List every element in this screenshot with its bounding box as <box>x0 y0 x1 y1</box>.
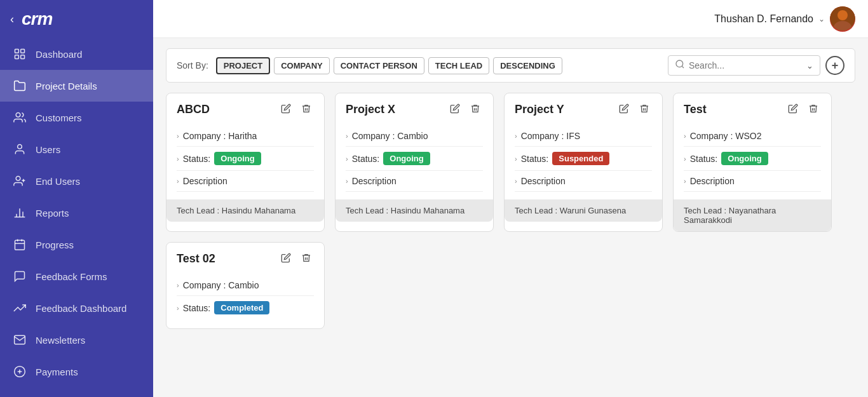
bar-chart-icon <box>13 206 27 220</box>
svg-rect-2 <box>15 55 19 59</box>
add-button[interactable]: + <box>825 56 844 75</box>
search-input[interactable] <box>689 60 800 71</box>
status-badge: Ongoing <box>214 152 261 165</box>
delete-button[interactable] <box>299 102 314 117</box>
card-title: Test <box>684 103 707 116</box>
cards-row-2: Test 02 › Comp <box>166 242 855 329</box>
sort-chip-project[interactable]: PROJECT <box>216 57 270 74</box>
chevron-right-icon: › <box>177 132 179 140</box>
folder-icon <box>13 79 27 93</box>
card-title: ABCD <box>177 103 210 116</box>
sidebar-item-project-details[interactable]: Project Details <box>0 70 153 102</box>
status-field: › Status: Ongoing <box>346 147 483 171</box>
edit-button[interactable] <box>447 102 463 117</box>
sidebar-item-label: Feedback Dashboard <box>36 303 126 314</box>
sidebar-item-label: Progress <box>36 239 74 250</box>
user-menu[interactable]: Thushan D. Fernando ⌄ <box>714 6 855 32</box>
sort-chip-descending[interactable]: DESCENDING <box>493 57 562 74</box>
sidebar-item-customers[interactable]: Customers <box>0 102 153 133</box>
card-abcd: ABCD › Company <box>166 93 325 232</box>
sidebar-item-label: End Users <box>36 176 80 187</box>
chevron-right-icon: › <box>177 304 179 312</box>
cards-area: ABCD › Company <box>166 93 855 339</box>
sidebar-item-feedback-forms[interactable]: Feedback Forms <box>0 260 153 292</box>
sidebar-collapse-button[interactable]: ‹ <box>8 10 17 29</box>
card-actions <box>278 102 314 117</box>
card-header: Test 02 <box>177 252 314 266</box>
description-label: Description <box>352 176 397 186</box>
company-label: Company : WSO2 <box>690 131 762 141</box>
sort-chip-contact-person[interactable]: CONTACT PERSON <box>334 57 424 74</box>
sort-label: Sort By: <box>177 60 208 71</box>
svg-rect-3 <box>21 55 25 59</box>
topbar: Thushan D. Fernando ⌄ <box>153 0 868 38</box>
svg-rect-0 <box>15 50 19 53</box>
card-test-02: Test 02 › Comp <box>166 242 325 329</box>
status-badge: Ongoing <box>721 152 768 165</box>
username: Thushan D. Fernando <box>714 13 813 25</box>
search-icon <box>675 59 685 72</box>
edit-button[interactable] <box>616 102 632 117</box>
sidebar-item-label: Users <box>36 144 60 155</box>
company-label: Company : IFS <box>521 131 580 141</box>
delete-button[interactable] <box>299 252 314 266</box>
delete-button[interactable] <box>806 102 821 117</box>
sidebar-item-feedback-dashboard[interactable]: Feedback Dashboard <box>0 292 153 324</box>
status-label: Status: <box>183 154 211 164</box>
status-badge: Ongoing <box>383 152 430 165</box>
company-field: › Company : WSO2 <box>684 126 821 147</box>
chevron-right-icon: › <box>346 177 348 185</box>
card-title: Test 02 <box>177 252 215 266</box>
chevron-right-icon: › <box>515 132 517 140</box>
sidebar-item-progress[interactable]: Progress <box>0 229 153 260</box>
description-label: Description <box>690 176 735 186</box>
sort-chip-tech-lead[interactable]: TECH LEAD <box>428 57 489 74</box>
status-field: › Status: Ongoing <box>177 147 314 171</box>
card-header: ABCD <box>177 102 314 117</box>
comment-icon <box>13 269 27 283</box>
avatar-image <box>830 6 855 32</box>
delete-button[interactable] <box>468 102 483 117</box>
sidebar-item-label: Customers <box>36 112 82 123</box>
status-field: › Status: Suspended <box>515 147 652 171</box>
user-chevron-icon: ⌄ <box>818 15 825 24</box>
description-field: › Description <box>515 171 652 192</box>
edit-button[interactable] <box>785 102 801 117</box>
chevron-right-icon: › <box>346 132 348 140</box>
edit-button[interactable] <box>278 252 294 266</box>
company-field: › Company : Cambio <box>346 126 483 147</box>
sort-bar: Sort By: PROJECTCOMPANYCONTACT PERSONTEC… <box>166 48 855 83</box>
chevron-right-icon: › <box>684 155 686 163</box>
delete-button[interactable] <box>637 102 652 117</box>
edit-button[interactable] <box>278 102 294 117</box>
company-field: › Company : IFS <box>515 126 652 147</box>
card-project-x: Project X › Co <box>335 93 494 232</box>
sidebar-item-dashboard[interactable]: Dashboard <box>0 38 153 70</box>
card-title: Project Y <box>515 103 564 116</box>
chevron-right-icon: › <box>684 132 686 140</box>
status-label: Status: <box>521 154 549 164</box>
calendar-icon <box>13 238 27 252</box>
sidebar-item-end-users[interactable]: End Users <box>0 165 153 197</box>
sidebar-item-reports[interactable]: Reports <box>0 197 153 229</box>
card-header: Project X <box>346 102 483 117</box>
search-expand-icon[interactable]: ⌄ <box>806 61 813 71</box>
svg-point-20 <box>837 10 848 20</box>
sidebar-item-users[interactable]: Users <box>0 133 153 165</box>
sort-chip-company[interactable]: COMPANY <box>274 57 329 74</box>
description-label: Description <box>521 176 566 186</box>
svg-point-4 <box>16 113 20 118</box>
svg-point-22 <box>676 60 683 67</box>
sidebar-item-payments[interactable]: Payments <box>0 356 153 387</box>
logo-text: crm <box>22 9 52 29</box>
card-actions <box>616 102 652 117</box>
card-header: Project Y <box>515 102 652 117</box>
search-box[interactable]: ⌄ <box>668 55 820 76</box>
card-test: Test › Company <box>673 93 832 232</box>
status-field: › Status: Completed <box>177 296 314 320</box>
status-badge: Completed <box>214 301 269 314</box>
sidebar-item-newsletters[interactable]: Newsletters <box>0 324 153 356</box>
tech-lead-footer: Tech Lead : Hasindu Mahanama <box>336 199 493 222</box>
svg-rect-13 <box>15 240 25 250</box>
company-field: › Company : Cambio <box>177 275 314 296</box>
